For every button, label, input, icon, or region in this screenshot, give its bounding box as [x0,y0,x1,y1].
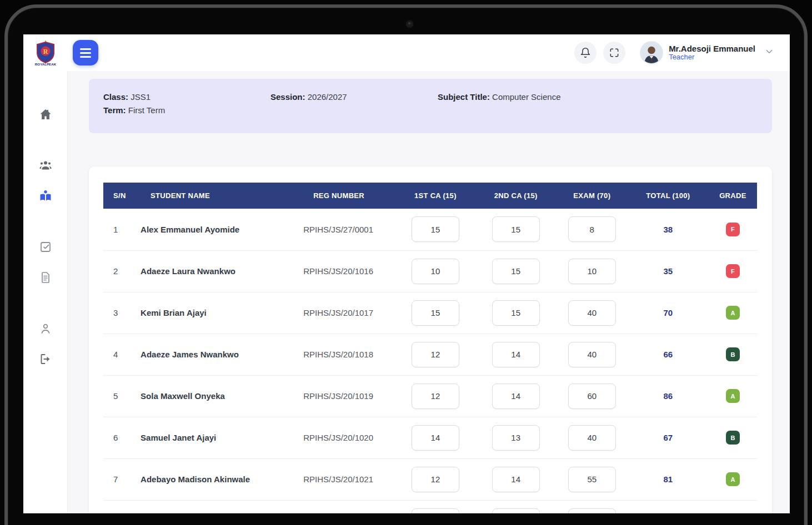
exam-input[interactable] [568,467,616,492]
student-reg-number [303,500,395,513]
session-info: Session: 2026/2027 [270,92,438,102]
student-serial: 6 [103,417,141,458]
school-crest-icon: R ROYALPEAK [34,39,57,66]
class-info-banner: Class: JSS1 Term: First Term Session: 20… [89,79,772,133]
student-row: 2 Adaeze Laura Nwankwo RPIHS/JS/20/1016 … [103,250,757,292]
total-score: 86 [628,375,709,417]
second-ca-input[interactable] [492,425,540,451]
student-serial: 2 [103,250,141,292]
exam-input[interactable] [568,383,616,409]
term-info: Term: First Term [103,105,270,115]
svg-text:ROYALPEAK: ROYALPEAK [35,62,57,66]
class-info: Class: JSS1 [103,92,270,102]
second-ca-input[interactable] [492,216,540,242]
first-ca-input[interactable] [412,467,459,492]
student-name: Alex Emmanuel Ayomide [141,209,303,250]
total-score: 35 [628,250,709,292]
student-row: 5 Sola Maxwell Onyeka RPIHS/JS/20/1019 8… [103,375,757,417]
sidebar-item-assessment[interactable] [34,238,57,256]
student-reg-number: RPIHS/JS/20/1018 [303,334,395,375]
second-ca-input[interactable] [492,383,540,409]
results-table-body: 1 Alex Emmanuel Ayomide RPIHS/JS/27/0001… [103,209,757,513]
notifications-button[interactable] [574,42,597,64]
sidebar-item-home[interactable] [34,105,57,123]
user-avatar [640,41,663,64]
sidebar-item-reports[interactable] [34,269,57,286]
first-ca-input[interactable] [412,216,459,242]
student-name [141,500,303,513]
second-ca-input[interactable] [492,259,540,284]
book-reader-icon [39,189,52,203]
bell-icon [580,47,591,58]
svg-text:R: R [43,48,48,55]
col-header-ca1: 1ST CA (15) [395,183,475,209]
student-name: Adaeze Laura Nwankwo [141,250,303,292]
first-ca-input[interactable] [412,259,459,284]
sidebar-toggle-button[interactable] [73,40,98,65]
user-role: Teacher [669,53,755,62]
document-icon [39,271,52,284]
first-ca-input[interactable] [412,383,459,409]
student-serial: 7 [103,458,141,500]
student-name: Kemi Brian Ajayi [141,292,303,334]
grade-badge: A [726,389,740,403]
subject-info: Subject Title: Computer Science [438,92,560,102]
student-reg-number: RPIHS/JS/20/1017 [303,292,395,334]
exam-input[interactable] [568,342,616,367]
student-row: 6 Samuel Janet Ajayi RPIHS/JS/20/1020 67… [103,417,757,458]
table-header-row: S/N STUDENT NAME REG NUMBER 1ST CA (15) … [103,183,757,209]
student-row: 1 Alex Emmanuel Ayomide RPIHS/JS/27/0001… [103,209,757,250]
sidebar-nav [23,71,68,513]
grade-badge: B [726,431,740,445]
col-header-reg: REG NUMBER [303,183,395,209]
student-serial: 3 [103,292,141,334]
second-ca-input[interactable] [492,300,540,326]
col-header-sn: S/N [103,183,141,209]
total-score: 67 [628,417,709,458]
student-row: 3 Kemi Brian Ajayi RPIHS/JS/20/1017 70 A [103,292,757,334]
exam-input[interactable] [568,425,616,451]
first-ca-input[interactable] [412,300,459,326]
student-serial: 1 [103,209,141,250]
total-score: 81 [628,458,709,500]
exam-input[interactable] [568,508,616,513]
sidebar-item-subjects[interactable] [34,187,57,205]
check-square-icon [39,240,52,254]
student-reg-number: RPIHS/JS/20/1016 [303,250,395,292]
first-ca-input[interactable] [412,425,459,451]
grade-badge: F [726,264,740,278]
second-ca-input[interactable] [492,508,540,513]
exam-input[interactable] [568,300,616,326]
sidebar-item-logout[interactable] [34,350,57,368]
student-reg-number: RPIHS/JS/20/1019 [303,375,395,417]
total-score [628,500,709,513]
grade-badge: B [726,347,740,361]
exam-input[interactable] [568,216,616,242]
total-score: 66 [628,334,709,375]
avatar-photo [641,42,662,63]
total-score: 70 [628,292,709,334]
chevron-down-icon [764,47,774,59]
col-header-exam: EXAM (70) [557,183,628,209]
sidebar-item-profile[interactable] [34,320,57,337]
exam-input[interactable] [568,259,616,284]
sidebar-item-students[interactable] [34,157,57,174]
second-ca-input[interactable] [492,342,540,367]
users-group-icon [39,159,52,172]
page-background: R ROYALPEAK [0,0,812,525]
fullscreen-button[interactable] [603,42,625,64]
tablet-camera [405,20,414,28]
first-ca-input[interactable] [412,342,459,367]
first-ca-input[interactable] [412,508,459,513]
col-header-total: TOTAL (100) [628,183,709,209]
grade-badge: A [726,472,740,486]
home-icon [39,108,52,121]
student-row: 7 Adebayo Madison Akinwale RPIHS/JS/20/1… [103,458,757,500]
grade-badge: F [726,223,740,236]
user-profile-menu[interactable]: Mr.Adesoji Emmanuel Teacher [640,41,774,64]
main-content: Class: JSS1 Term: First Term Session: 20… [68,71,790,513]
student-reg-number: RPIHS/JS/20/1020 [303,417,395,458]
second-ca-input[interactable] [492,467,540,492]
fullscreen-icon [609,47,620,58]
col-header-name: STUDENT NAME [141,183,303,209]
